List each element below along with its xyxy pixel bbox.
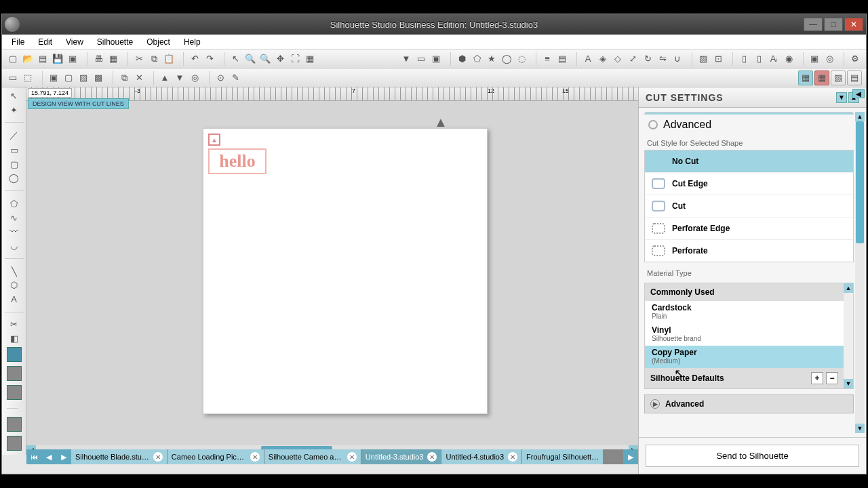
- tab-nav-first-icon[interactable]: ⏮: [26, 449, 41, 464]
- menu-help[interactable]: Help: [177, 36, 208, 48]
- minimize-button[interactable]: —: [804, 18, 823, 31]
- select-all-icon[interactable]: ▭: [6, 71, 20, 85]
- mat-scroll-up-icon[interactable]: ▲: [844, 283, 853, 293]
- menu-edit[interactable]: Edit: [31, 36, 59, 48]
- line-tool-icon[interactable]: ／: [7, 129, 21, 142]
- align-icon[interactable]: ◈: [596, 52, 610, 66]
- menu-object[interactable]: Object: [140, 36, 177, 48]
- pixscan-icon[interactable]: ▧: [831, 70, 846, 85]
- offset-icon[interactable]: ⊡: [711, 52, 725, 66]
- send-cut-icon[interactable]: ▼: [399, 52, 413, 66]
- media-view-icon[interactable]: ▦: [814, 70, 829, 85]
- text-object-hello[interactable]: hello: [208, 148, 267, 174]
- shape-star-icon[interactable]: ★: [485, 52, 498, 66]
- knife-tool-icon[interactable]: ✂: [7, 319, 21, 331]
- grid-icon[interactable]: ▦: [303, 52, 317, 66]
- pan-icon[interactable]: ✥: [273, 52, 287, 66]
- cut-icon[interactable]: ✂: [132, 52, 146, 66]
- doc-tab[interactable]: Silhouette Cameo an…✕: [264, 449, 361, 464]
- material-copy-paper[interactable]: Copy Paper (Medium): [645, 346, 844, 368]
- tab-close-icon[interactable]: ✕: [153, 452, 163, 462]
- ellipse-tool-icon[interactable]: ◯: [7, 173, 21, 184]
- magnet-icon[interactable]: ⊙: [214, 71, 227, 85]
- layers-icon[interactable]: ▯: [737, 52, 751, 66]
- preferences-icon[interactable]: ⚙: [848, 52, 862, 66]
- text-tool-icon[interactable]: A: [7, 293, 21, 305]
- mat-scroll-down-icon[interactable]: ▼: [844, 379, 853, 388]
- compound-icon[interactable]: ▨: [77, 71, 90, 85]
- store-panel-icon[interactable]: [7, 347, 22, 362]
- tab-close-icon[interactable]: ✕: [427, 452, 437, 462]
- release-icon[interactable]: ▩: [92, 71, 105, 85]
- doc-tab-active[interactable]: Untitled-3.studio3✕: [361, 449, 442, 464]
- menu-view[interactable]: View: [59, 36, 90, 48]
- ruler-collapse-icon[interactable]: ◀: [852, 89, 865, 98]
- pen-icon[interactable]: ✎: [229, 71, 242, 85]
- cut-settings-icon[interactable]: ▣: [808, 52, 821, 66]
- undo-icon[interactable]: ↶: [188, 52, 201, 66]
- doc-tab[interactable]: Cameo Loading Pict…✕: [167, 449, 264, 464]
- cloud-panel-icon[interactable]: [7, 385, 22, 400]
- redo-icon[interactable]: ↷: [203, 52, 216, 66]
- fill-icon[interactable]: ▤: [555, 52, 569, 66]
- edit-points-icon[interactable]: ✦: [7, 104, 21, 116]
- send-to-silhouette-button[interactable]: Send to Silhouette: [646, 445, 859, 467]
- material-group-commonly-used[interactable]: Commonly Used: [645, 283, 844, 301]
- library-icon[interactable]: ▤: [36, 52, 50, 66]
- sketch-icon[interactable]: ▯: [752, 52, 766, 66]
- advanced-radio-row[interactable]: Advanced: [644, 116, 854, 138]
- rotate-icon[interactable]: ↻: [641, 52, 654, 66]
- deselect-icon[interactable]: ⬚: [21, 71, 35, 85]
- design-view-icon[interactable]: ▦: [798, 70, 813, 85]
- pscroll-thumb[interactable]: [856, 121, 864, 243]
- panel-collapse-down-icon[interactable]: ▼: [836, 92, 847, 103]
- eraser-tool-icon[interactable]: ◧: [7, 333, 21, 344]
- close-button[interactable]: ✕: [844, 18, 863, 31]
- regular-poly-icon[interactable]: ⬡: [7, 279, 21, 291]
- rounded-rect-icon[interactable]: ▢: [7, 159, 21, 170]
- scale-icon[interactable]: ⤢: [626, 52, 639, 66]
- text-style-icon[interactable]: Aᵢ: [767, 52, 781, 66]
- front-icon[interactable]: ▲: [158, 71, 172, 85]
- mirror-icon[interactable]: ⇋: [656, 52, 669, 66]
- cut-style-no-cut[interactable]: No Cut: [645, 150, 853, 173]
- design-panel-icon[interactable]: [7, 417, 22, 432]
- print-preview-icon[interactable]: ▦: [106, 52, 120, 66]
- design-view-label[interactable]: DESIGN VIEW WITH CUT LINES: [28, 98, 129, 109]
- open-icon[interactable]: 📂: [21, 52, 35, 66]
- doc-tab[interactable]: Silhouette Blade.stu…✕: [71, 449, 167, 464]
- save-as-icon[interactable]: ▣: [66, 52, 79, 66]
- tab-close-icon[interactable]: ✕: [250, 452, 260, 462]
- polygon-tool-icon[interactable]: ⬠: [7, 198, 21, 209]
- select-icon[interactable]: ↖: [229, 52, 242, 66]
- material-cardstock[interactable]: Cardstock Plain: [645, 301, 844, 323]
- print-icon[interactable]: 🖶: [92, 52, 105, 66]
- duplicate-icon[interactable]: ⧉: [117, 71, 131, 85]
- fit-icon[interactable]: ⛶: [288, 52, 302, 66]
- panel-scrollbar[interactable]: ▲ ▼: [855, 112, 865, 433]
- cut-style-perforate[interactable]: Perforate: [645, 240, 853, 262]
- ungroup-icon[interactable]: ▢: [62, 71, 75, 85]
- library-panel-icon[interactable]: [7, 366, 22, 381]
- freehand-tool-icon[interactable]: 〰: [7, 226, 21, 237]
- curve-tool-icon[interactable]: ∿: [7, 212, 21, 224]
- zoom-in-icon[interactable]: 🔍: [243, 52, 257, 66]
- pscroll-up-icon[interactable]: ▲: [855, 112, 865, 121]
- arc-tool-icon[interactable]: ◡: [7, 240, 21, 251]
- zoom-out-icon[interactable]: 🔍: [258, 52, 272, 66]
- page-icon[interactable]: ▭: [414, 52, 428, 66]
- shape-pent-icon[interactable]: ⬠: [470, 52, 484, 66]
- tab-close-icon[interactable]: ✕: [508, 452, 517, 462]
- cut-style-perforate-edge[interactable]: Perforate Edge: [645, 218, 853, 240]
- tab-nav-last-icon[interactable]: ▶: [623, 449, 638, 464]
- tab-nav-next-icon[interactable]: ▶: [56, 449, 71, 464]
- nest-icon[interactable]: ◎: [823, 52, 836, 66]
- weld-icon[interactable]: ∪: [671, 52, 684, 66]
- cut-style-cut[interactable]: Cut: [645, 195, 853, 218]
- rhinestone-icon[interactable]: ◉: [782, 52, 795, 66]
- new-icon[interactable]: ▢: [6, 52, 20, 66]
- line-style-icon[interactable]: ≡: [540, 52, 554, 66]
- material-vinyl[interactable]: Vinyl Silhouette brand: [645, 323, 844, 346]
- distribute-icon[interactable]: ◇: [611, 52, 625, 66]
- radio-icon[interactable]: [648, 120, 658, 129]
